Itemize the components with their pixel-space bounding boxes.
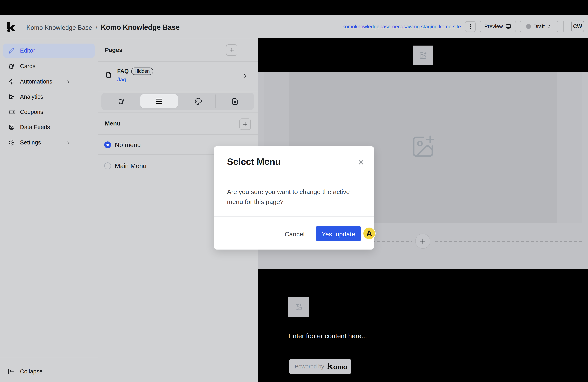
svg-text:omo: omo [333, 363, 347, 371]
